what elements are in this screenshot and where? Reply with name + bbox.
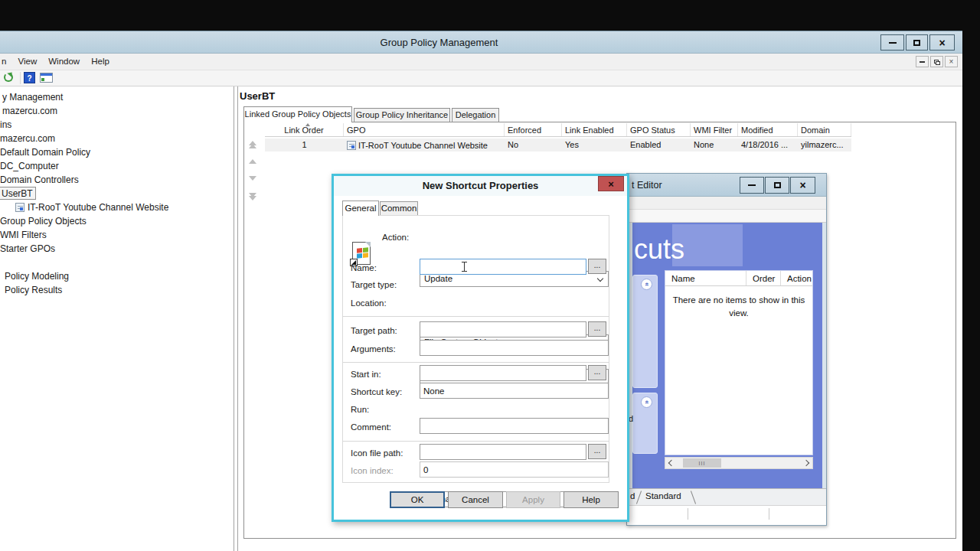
tab-linked-gpos[interactable]: Linked Group Policy Objects	[243, 106, 352, 122]
main-window-title: Group Policy Management	[0, 31, 962, 54]
move-down-button[interactable]	[249, 176, 256, 181]
scroll-left-icon[interactable]	[668, 460, 675, 466]
close-button[interactable]: ×	[929, 34, 955, 51]
refresh-icon[interactable]	[4, 73, 13, 82]
tree-item-domains[interactable]: ins	[0, 119, 14, 132]
apply-button[interactable]: Apply	[506, 491, 560, 508]
editor-col-action[interactable]: Action	[781, 271, 812, 285]
tree-item-forest[interactable]: mazercu.com	[0, 105, 60, 118]
maximize-icon	[913, 40, 920, 46]
minimize-icon	[889, 42, 897, 44]
menu-help[interactable]: Help	[87, 54, 114, 70]
help-button[interactable]: Help	[564, 491, 619, 508]
table-row[interactable]: 1 IT-RooT Youtube Channel Website No Yes…	[265, 139, 851, 152]
scroll-right-icon[interactable]	[803, 460, 809, 466]
expand-panel-button[interactable]: «	[641, 396, 652, 408]
arguments-label: Arguments:	[351, 344, 396, 354]
tab-delegation[interactable]: Delegation	[452, 108, 499, 122]
tree-item-policy-results[interactable]: Policy Results	[2, 284, 64, 297]
tree-item-userbt[interactable]: UserBT	[0, 187, 36, 200]
tree-item-policy-modeling[interactable]: Policy Modeling	[2, 270, 71, 283]
run-label: Run:	[351, 405, 369, 414]
col-modified[interactable]: Modified	[738, 123, 798, 136]
minimize-button[interactable]	[880, 34, 904, 51]
tree-item-domain[interactable]: mazercu.com	[0, 132, 57, 145]
icon-index-input[interactable]	[420, 461, 609, 478]
tree-item-default-domain-policy[interactable]: Default Domain Policy	[0, 146, 93, 159]
dialog-close-button[interactable]: ×	[598, 176, 624, 191]
show-window-icon[interactable]	[40, 73, 53, 83]
target-path-browse-button[interactable]: ...	[588, 321, 606, 337]
start-in-browse-button[interactable]: ...	[588, 365, 606, 380]
editor-col-order[interactable]: Order	[746, 271, 781, 285]
tree-item-group-policy-objects[interactable]: Group Policy Objects	[0, 215, 89, 228]
tab-common[interactable]: Common	[380, 201, 418, 216]
editor-hscrollbar[interactable]: III	[665, 457, 813, 469]
col-gpo[interactable]: GPO	[344, 123, 505, 136]
col-link-order[interactable]: Link Order	[265, 123, 344, 136]
icon-file-path-browse-button[interactable]: ...	[588, 444, 606, 459]
comment-input[interactable]	[420, 418, 609, 434]
target-path-input[interactable]	[420, 321, 586, 337]
close-icon: ×	[939, 37, 945, 48]
cell-wmi-filter: None	[691, 139, 738, 152]
cell-domain: yilmazerc...	[798, 139, 851, 152]
tab-extended-fragment[interactable]: d	[630, 491, 635, 500]
col-enforced[interactable]: Enforced	[505, 123, 562, 136]
gp-editor-window: t Editor × cuts Name Order Action There …	[626, 173, 827, 526]
mdi-close-button[interactable]: ×	[945, 56, 958, 67]
tree-item-dc-computer[interactable]: DC_Computer	[0, 160, 61, 173]
tree-item-gpo-link[interactable]: IT-RooT Youtube Channel Website	[25, 201, 171, 214]
expand-panel-button[interactable]: «	[641, 279, 652, 290]
close-icon: ×	[608, 178, 614, 190]
move-up-button[interactable]	[249, 159, 256, 164]
editor-maximize-button[interactable]	[765, 177, 789, 194]
collapsed-help-panel-top: «	[632, 275, 658, 388]
mdi-minimize-button[interactable]	[916, 56, 929, 67]
col-domain[interactable]: Domain	[798, 123, 851, 136]
tab-general[interactable]: General	[342, 201, 379, 216]
shortcut-key-input[interactable]	[420, 383, 609, 399]
editor-statusbar	[627, 505, 826, 525]
editor-col-name[interactable]: Name	[665, 271, 746, 285]
tree-item-starter-gpos[interactable]: Starter GPOs	[0, 243, 57, 256]
scroll-thumb[interactable]: III	[683, 458, 721, 468]
name-browse-button[interactable]: ...	[588, 259, 606, 274]
editor-minimize-button[interactable]	[740, 177, 764, 194]
move-to-top-button[interactable]	[249, 141, 256, 148]
menu-view[interactable]: View	[13, 54, 41, 70]
maximize-button[interactable]	[906, 34, 928, 51]
text-cursor	[461, 262, 468, 272]
cancel-button[interactable]: Cancel	[448, 491, 503, 508]
col-gpo-status[interactable]: GPO Status	[627, 123, 691, 136]
gpo-icon	[347, 141, 356, 150]
editor-toolbar	[627, 210, 826, 223]
tree-item-wmi-filters[interactable]: WMI Filters	[0, 229, 49, 242]
location-label: Location:	[351, 298, 387, 308]
panel-divider[interactable]	[234, 86, 234, 551]
menu-action-fragment[interactable]: n	[0, 54, 11, 70]
tab-inheritance[interactable]: Group Policy Inheritance	[354, 108, 450, 122]
cell-gpo-status: Enabled	[627, 139, 691, 152]
start-in-input[interactable]	[420, 365, 586, 381]
col-wmi-filter[interactable]: WMI Filter	[691, 123, 738, 136]
mdi-restore-button[interactable]	[930, 56, 943, 67]
ok-button[interactable]: OK	[390, 491, 445, 508]
target-path-label: Target path:	[351, 326, 397, 335]
icon-file-path-input[interactable]	[420, 444, 586, 460]
tree-item-management[interactable]: y Management	[0, 91, 65, 104]
col-link-enabled[interactable]: Link Enabled	[562, 123, 627, 136]
editor-close-button[interactable]: ×	[790, 177, 815, 194]
name-input[interactable]	[420, 259, 586, 275]
table-header: Link Order GPO Enforced Link Enabled GPO…	[265, 123, 851, 137]
tree-item-domain-controllers[interactable]: Domain Controllers	[0, 174, 81, 187]
editor-item-list: Name Order Action There are no items to …	[665, 270, 813, 455]
action-label: Action:	[382, 233, 409, 242]
tab-standard[interactable]: Standard	[645, 491, 681, 500]
menu-window[interactable]: Window	[44, 54, 84, 70]
help-icon[interactable]: ?	[24, 72, 35, 83]
empty-list-message: There are no items to show in this view.	[665, 286, 812, 328]
move-to-bottom-button[interactable]	[249, 193, 256, 201]
arguments-input[interactable]	[420, 340, 609, 356]
icon-index-label: Icon index:	[351, 466, 394, 475]
